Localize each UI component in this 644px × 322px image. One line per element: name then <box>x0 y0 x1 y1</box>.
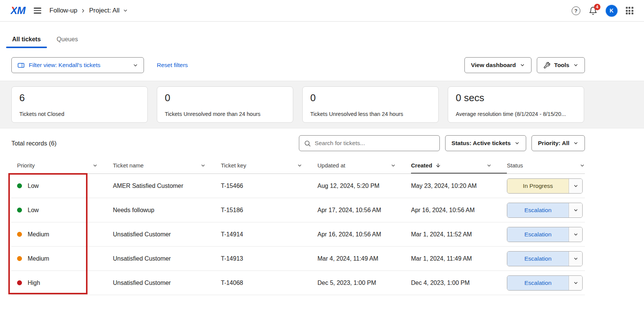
topbar: X M Follow-up Project: All ? 4 K <box>0 0 644 22</box>
updated-at-cell: Aug 12, 2024, 5:20 PM <box>317 183 411 189</box>
stat-label: Tickets not Closed <box>19 111 140 117</box>
status-dropdown[interactable]: Escalation <box>507 227 583 242</box>
chevron-down-icon <box>520 63 525 68</box>
status-dropdown[interactable]: In Progress <box>507 178 583 194</box>
wrench-icon <box>543 62 550 69</box>
priority-cell: Low <box>11 207 113 214</box>
tickets-table: Priority Ticket name Ticket key Updated … <box>11 157 585 295</box>
updated-at-cell: Dec 5, 2023, 1:00 PM <box>317 280 411 286</box>
chevron-down-icon <box>573 63 578 68</box>
filter-view-dropdown[interactable]: Filter view: Kendall's tickets <box>11 57 144 73</box>
tab-all-tickets[interactable]: All tickets <box>11 36 42 48</box>
chevron-down-icon[interactable] <box>486 163 492 168</box>
priority-cell: High <box>11 280 113 286</box>
breadcrumb: Follow-up Project: All <box>50 7 128 14</box>
ticket-name-cell: Unsatisfied Customer <box>113 231 221 238</box>
stat-card-unresolved-more-24h: 0 Tickets Unresolved more than 24 hours <box>157 86 293 123</box>
created-cell: Mar 1, 2024, 11:52 AM <box>411 231 507 238</box>
table-row[interactable]: Low AMER Satisfied Customer T-15466 Aug … <box>11 174 585 198</box>
chevron-down-icon <box>573 141 578 146</box>
stat-card-avg-resolution: 0 secs Average resolution time (8/1/2024… <box>448 86 584 123</box>
ticket-key-cell: T-15466 <box>221 183 317 189</box>
status-dropdown[interactable]: Escalation <box>507 275 583 291</box>
chevron-down-icon[interactable] <box>569 227 582 242</box>
priority-label: Low <box>28 207 39 214</box>
chevron-down-icon[interactable] <box>200 163 206 168</box>
status-badge: In Progress <box>507 179 569 193</box>
priority-label: Medium <box>28 231 49 238</box>
status-badge: Escalation <box>507 276 569 290</box>
hamburger-menu-icon[interactable] <box>34 7 44 14</box>
column-header-status[interactable]: Status <box>507 157 585 174</box>
chevron-down-icon[interactable] <box>569 276 582 290</box>
breadcrumb-project-label: Project: All <box>89 7 119 14</box>
priority-cell: Low <box>11 183 113 189</box>
xm-logo-m: M <box>17 5 25 17</box>
chevron-down-icon <box>514 141 520 146</box>
tools-label: Tools <box>554 62 569 69</box>
stat-label: Tickets Unresolved less than 24 hours <box>310 111 431 117</box>
stat-value: 6 <box>19 92 140 104</box>
ticket-name-cell: AMER Satisfied Customer <box>113 183 221 189</box>
column-header-priority[interactable]: Priority <box>11 157 113 174</box>
chevron-down-icon[interactable] <box>569 252 582 266</box>
tools-button[interactable]: Tools <box>537 57 585 73</box>
status-dropdown[interactable]: Escalation <box>507 251 583 266</box>
priority-filter-dropdown[interactable]: Priority: All <box>531 135 585 151</box>
view-dashboard-label: View dashboard <box>471 62 516 69</box>
table-row[interactable]: High Unsatisfied Customer T-14068 Dec 5,… <box>11 271 585 295</box>
chevron-down-icon <box>133 63 138 68</box>
status-dropdown[interactable]: Escalation <box>507 203 583 218</box>
column-header-created[interactable]: Created <box>411 157 507 174</box>
chevron-right-icon <box>80 8 86 14</box>
priority-dot <box>17 208 22 213</box>
tab-queues[interactable]: Queues <box>56 36 79 48</box>
tab-bar: All tickets Queues <box>11 36 585 48</box>
breadcrumb-project-dropdown[interactable]: Project: All <box>89 7 128 14</box>
chevron-down-icon[interactable] <box>391 163 396 168</box>
records-row: Total records (6) Status: Active tickets… <box>11 135 585 151</box>
column-header-ticket-key[interactable]: Ticket key <box>221 157 317 174</box>
chevron-down-icon[interactable] <box>580 163 585 168</box>
priority-dot <box>17 183 22 188</box>
created-cell: May 23, 2024, 10:20 AM <box>411 183 507 189</box>
avatar[interactable]: K <box>606 5 617 17</box>
column-header-ticket-name[interactable]: Ticket name <box>113 157 221 174</box>
column-header-updated-at[interactable]: Updated at <box>317 157 411 174</box>
stat-value: 0 <box>310 92 431 104</box>
priority-label: Low <box>28 183 39 189</box>
chevron-down-icon[interactable] <box>569 203 582 217</box>
apps-grid-icon[interactable] <box>626 7 633 14</box>
priority-cell: Medium <box>11 255 113 262</box>
breadcrumb-followup[interactable]: Follow-up <box>50 7 78 14</box>
stat-label: Average resolution time (8/1/2024 - 8/15… <box>456 111 576 117</box>
ticket-icon <box>17 61 25 69</box>
priority-dot <box>17 256 22 261</box>
reset-filters-link[interactable]: Reset filters <box>157 62 188 69</box>
view-dashboard-button[interactable]: View dashboard <box>464 57 531 73</box>
priority-label: High <box>28 280 40 286</box>
stat-value: 0 secs <box>456 92 576 104</box>
ticket-key-cell: T-14068 <box>221 280 317 286</box>
ticket-key-cell: T-14913 <box>221 255 317 262</box>
notifications-button[interactable]: 4 <box>589 6 597 15</box>
status-filter-dropdown[interactable]: Status: Active tickets <box>445 135 526 151</box>
column-label: Ticket key <box>221 162 246 169</box>
chevron-down-icon[interactable] <box>569 179 582 193</box>
chevron-down-icon[interactable] <box>297 163 302 168</box>
xm-logo: X M <box>11 5 25 17</box>
stat-card-unresolved-less-24h: 0 Tickets Unresolved less than 24 hours <box>302 86 439 123</box>
ticket-search <box>299 135 440 151</box>
stat-label: Tickets Unresolved more than 24 hours <box>165 111 285 117</box>
notification-badge: 4 <box>594 4 600 10</box>
table-row[interactable]: Medium Unsatisfied Customer T-14913 Mar … <box>11 247 585 271</box>
ticket-key-cell: T-14914 <box>221 231 317 238</box>
ticket-name-cell: Unsatisfied Customer <box>113 255 221 262</box>
table-row[interactable]: Low Needs followup T-15186 Apr 17, 2024,… <box>11 198 585 222</box>
priority-dot <box>17 232 22 237</box>
chevron-down-icon[interactable] <box>92 163 98 168</box>
help-icon[interactable]: ? <box>572 6 580 15</box>
table-row[interactable]: Medium Unsatisfied Customer T-14914 Apr … <box>11 222 585 247</box>
search-input[interactable] <box>315 140 435 147</box>
total-records-label: Total records (6) <box>11 140 56 147</box>
